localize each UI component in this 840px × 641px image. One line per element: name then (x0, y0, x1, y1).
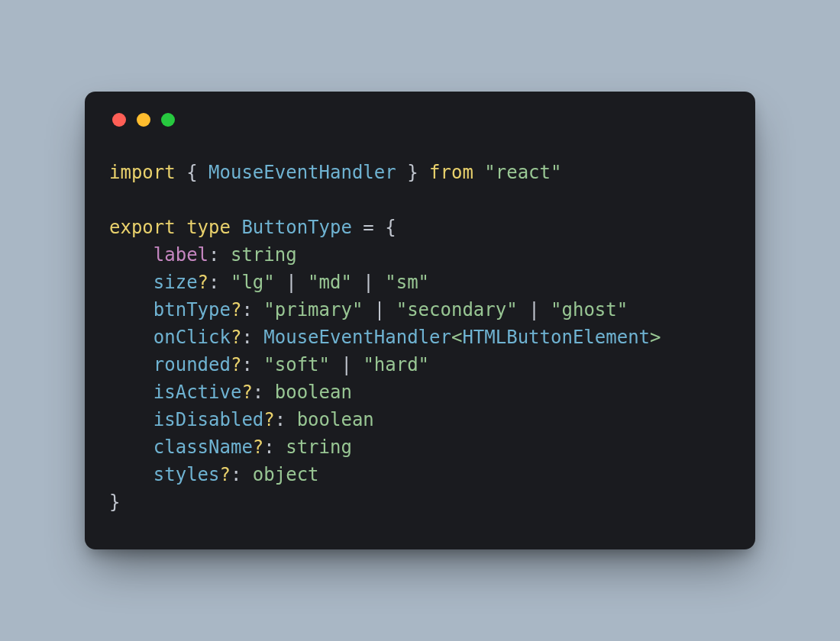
str-lg: "lg" (231, 272, 275, 293)
str-primary: "primary" (263, 299, 363, 320)
kw-import: import (109, 162, 176, 183)
colon: : (208, 272, 219, 293)
code-window: import { MouseEventHandler } from "react… (85, 92, 755, 549)
str-ghost: "ghost" (551, 299, 628, 320)
str-soft: "soft" (263, 354, 330, 375)
type-boolean: boolean (297, 409, 374, 430)
ident-mouseeventhandler: MouseEventHandler (208, 162, 396, 183)
eq: = (363, 217, 373, 238)
prop-btntype: btnType (153, 299, 231, 320)
colon: : (253, 382, 263, 403)
window-titlebar (109, 113, 731, 127)
ident-mouseeventhandler: MouseEventHandler (263, 327, 451, 348)
type-boolean: boolean (275, 382, 352, 403)
str-secondary: "secondary" (396, 299, 518, 320)
prop-isdisabled: isDisabled (153, 409, 264, 430)
optional: ? (263, 409, 274, 430)
pipe: | (528, 299, 539, 320)
brace: { (385, 217, 396, 238)
kw-from: from (429, 162, 473, 183)
colon: : (263, 436, 274, 458)
optional: ? (253, 436, 263, 458)
type-string: string (286, 436, 352, 458)
pipe: | (341, 354, 351, 375)
colon: : (208, 244, 219, 266)
maximize-icon[interactable] (161, 113, 175, 127)
optional: ? (231, 327, 241, 348)
prop-styles: styles (153, 464, 220, 485)
colon: : (231, 464, 241, 485)
str-md: "md" (308, 272, 352, 293)
str-sm: "sm" (385, 272, 429, 293)
code-block: import { MouseEventHandler } from "react… (109, 159, 731, 516)
angle-lt: < (451, 327, 462, 348)
minimize-icon[interactable] (137, 113, 150, 127)
brace: { (186, 162, 197, 183)
prop-label: label (153, 244, 208, 266)
type-object: object (253, 464, 319, 485)
pipe: | (286, 272, 296, 293)
ident-htmlbuttonelement: HTMLButtonElement (462, 327, 650, 348)
kw-type: type (186, 217, 231, 238)
ident-buttontype: ButtonType (241, 217, 352, 238)
angle-gt: > (650, 327, 661, 348)
colon: : (275, 409, 286, 430)
optional: ? (231, 299, 241, 320)
optional: ? (220, 464, 231, 485)
colon: : (241, 299, 252, 320)
type-string: string (231, 244, 297, 266)
str-react: "react" (484, 162, 561, 183)
brace: } (109, 491, 120, 513)
prop-onclick: onClick (153, 327, 231, 348)
optional: ? (231, 354, 241, 375)
prop-size: size (153, 272, 198, 293)
optional: ? (241, 382, 252, 403)
colon: : (241, 327, 252, 348)
prop-isactive: isActive (153, 382, 242, 403)
kw-export: export (109, 217, 176, 238)
pipe: | (363, 272, 373, 293)
brace: } (407, 162, 418, 183)
prop-classname: className (153, 436, 253, 458)
prop-rounded: rounded (153, 354, 231, 375)
close-icon[interactable] (112, 113, 126, 127)
optional: ? (198, 272, 208, 293)
pipe: | (374, 299, 385, 320)
str-hard: "hard" (363, 354, 429, 375)
colon: : (241, 354, 252, 375)
